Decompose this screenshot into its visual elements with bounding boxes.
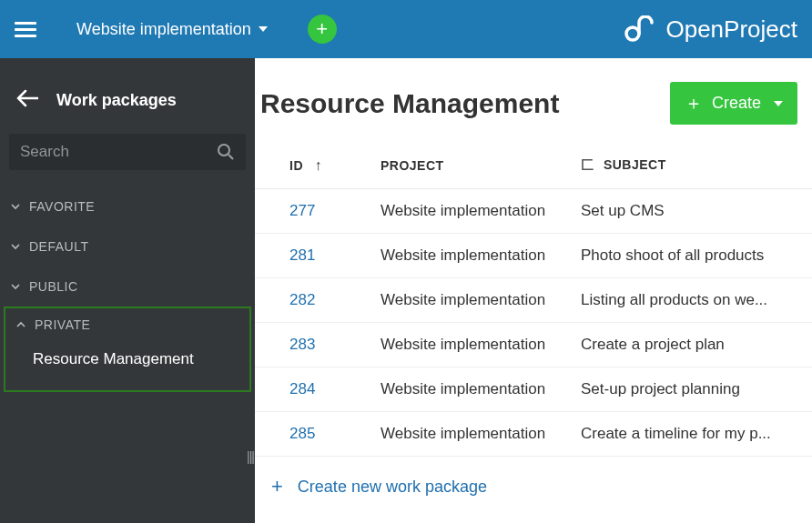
cell-project: Website implementation (364, 412, 564, 457)
header-label: ID (289, 158, 303, 173)
header-label: SUBJECT (604, 157, 666, 172)
cell-project: Website implementation (364, 189, 564, 234)
back-arrow-icon[interactable] (16, 89, 38, 112)
main-header: Resource Management ＋ Create (255, 73, 812, 143)
table-row[interactable]: 281Website implementationPhoto shoot of … (255, 234, 812, 278)
table-row[interactable]: 284Website implementationSet-up project … (255, 367, 812, 412)
cell-id: 285 (255, 412, 364, 457)
table-row[interactable]: 282Website implementationListing all pro… (255, 278, 812, 323)
project-selector[interactable]: Website implementation (76, 20, 268, 39)
work-package-id-link[interactable]: 282 (289, 291, 315, 308)
cell-id: 284 (255, 367, 364, 412)
section-label: FAVORITE (29, 199, 95, 214)
project-name: Website implementation (76, 20, 251, 39)
search-input[interactable] (20, 143, 217, 161)
plus-icon: ＋ (685, 91, 703, 116)
plus-icon: + (271, 475, 283, 498)
section-label: PRIVATE (35, 317, 90, 332)
column-header-subject[interactable]: ⼕ SUBJECT (564, 143, 812, 189)
header-label: PROJECT (381, 158, 444, 173)
work-package-id-link[interactable]: 283 (289, 336, 315, 353)
menu-icon[interactable] (15, 18, 36, 40)
cell-subject: Create a timeline for my p... (564, 412, 812, 457)
sidebar-title: Work packages (56, 91, 177, 110)
sidebar-header: Work packages (0, 73, 255, 130)
cell-project: Website implementation (364, 323, 564, 367)
section-label: PUBLIC (29, 279, 78, 294)
cell-subject: Create a project plan (564, 323, 812, 367)
plus-icon: + (316, 17, 328, 41)
search-box[interactable] (9, 134, 246, 170)
create-new-work-package[interactable]: + Create new work package (255, 457, 812, 517)
cell-project: Website implementation (364, 367, 564, 412)
create-new-label: Create new work package (298, 478, 487, 497)
column-header-id[interactable]: ID ↑ (255, 143, 364, 189)
cell-id: 277 (255, 189, 364, 234)
cell-subject: Photo shoot of all products (564, 234, 812, 278)
sort-asc-icon: ↑ (314, 157, 322, 173)
top-bar: Website implementation + OpenProject (0, 0, 812, 58)
table-row[interactable]: 285Website implementationCreate a timeli… (255, 412, 812, 457)
chevron-down-icon (11, 282, 20, 291)
main-content: Resource Management ＋ Create ID ↑ PROJEC… (255, 58, 812, 523)
cell-project: Website implementation (364, 278, 564, 323)
column-header-project[interactable]: PROJECT (364, 143, 564, 189)
chevron-down-icon (774, 101, 783, 106)
work-package-id-link[interactable]: 281 (289, 246, 315, 264)
table-row[interactable]: 277Website implementationSet up CMS (255, 189, 812, 234)
global-add-button[interactable]: + (308, 15, 337, 44)
chevron-down-icon (11, 202, 20, 211)
work-package-id-link[interactable]: 285 (289, 425, 315, 442)
table-header-row: ID ↑ PROJECT ⼕ SUBJECT (255, 143, 812, 189)
brand-name: OpenProject (665, 15, 797, 44)
cell-id: 283 (255, 323, 364, 367)
work-package-id-link[interactable]: 284 (289, 380, 315, 397)
openproject-icon (624, 15, 656, 43)
page-title: Resource Management (260, 88, 559, 119)
cell-id: 281 (255, 234, 364, 278)
cell-subject: Set up CMS (564, 189, 812, 234)
sidebar-section-public[interactable]: PUBLIC (0, 267, 255, 307)
sidebar: Work packages FAVORITE DEFAULT PUBLIC PR… (0, 58, 255, 523)
svg-point-1 (218, 145, 229, 156)
cell-project: Website implementation (364, 234, 564, 278)
sidebar-section-private[interactable]: PRIVATE (5, 308, 249, 341)
create-label: Create (712, 94, 761, 113)
sidebar-section-favorite[interactable]: FAVORITE (0, 186, 255, 226)
search-icon[interactable] (217, 143, 235, 161)
chevron-up-icon (16, 320, 25, 329)
section-label: DEFAULT (29, 239, 88, 254)
svg-line-2 (228, 155, 233, 159)
svg-point-0 (626, 27, 639, 40)
sidebar-section-default[interactable]: DEFAULT (0, 226, 255, 267)
cell-id: 282 (255, 278, 364, 323)
sidebar-item-label: Resource Management (33, 350, 194, 367)
sidebar-item-resource-management[interactable]: Resource Management (5, 341, 249, 377)
chevron-down-icon (259, 26, 268, 32)
brand-logo: OpenProject (624, 15, 797, 44)
chevron-down-icon (11, 242, 20, 251)
table-row[interactable]: 283Website implementationCreate a projec… (255, 323, 812, 367)
create-button[interactable]: ＋ Create (670, 82, 797, 125)
work-package-table: ID ↑ PROJECT ⼕ SUBJECT 277Website implem… (255, 143, 812, 457)
cell-subject: Listing all products on we... (564, 278, 812, 323)
hierarchy-icon: ⼕ (581, 157, 594, 172)
cell-subject: Set-up project planning (564, 367, 812, 412)
work-package-id-link[interactable]: 277 (289, 202, 315, 219)
sidebar-private-highlight: PRIVATE Resource Management (4, 307, 251, 392)
